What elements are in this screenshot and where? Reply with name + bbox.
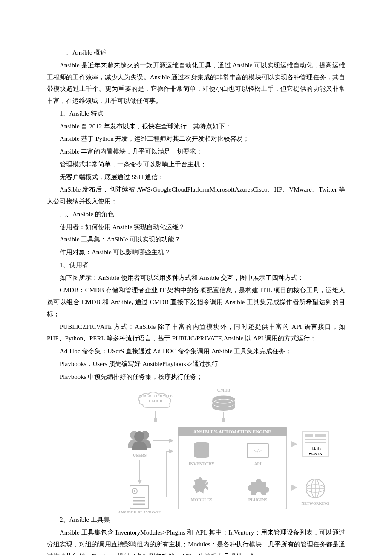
cmdb-label: CMDB	[217, 388, 231, 392]
svg-rect-8	[222, 418, 225, 422]
networking-icon	[306, 479, 325, 498]
svg-rect-46	[305, 442, 326, 443]
plugins-label: PLUGINS	[248, 497, 268, 502]
modules-label: MODULES	[191, 497, 213, 502]
modules-icon	[191, 476, 210, 496]
svg-rect-44	[315, 434, 326, 437]
inventory-label: INVENTORY	[189, 462, 215, 466]
svg-rect-43	[305, 434, 313, 437]
heading-sub: 1、Ansible 特点	[47, 108, 345, 120]
svg-rect-6	[154, 418, 157, 422]
ansible-architecture-diagram: CMDB PUBLIC / PRIVATE CLOUD	[107, 385, 345, 513]
paragraph: AnSible 发布后，也陆续被 AWS›GoogleCloudPlatform…	[47, 184, 345, 208]
paragraph: CMDB：CMDB 存储和管理者企业 IT 架构中的各项配置信息，是构建 ITI…	[47, 285, 345, 320]
plugins-icon	[248, 479, 269, 495]
paragraph: Ansible 是近年来越来越火的一款开源运维自动化工具，通过 Ansible …	[47, 60, 345, 107]
heading-2: 二、AnSible 的角色	[47, 209, 345, 221]
api-icon: </>	[247, 443, 268, 458]
svg-point-37	[194, 454, 209, 458]
hosts-label: HOSTS	[308, 452, 322, 456]
svg-text:</>: </>	[254, 447, 262, 454]
hosts-count: □33B	[310, 446, 321, 451]
svg-marker-16	[169, 439, 173, 443]
users-icon	[128, 431, 151, 450]
paragraph: PUBLICZPRIVATE 方式：AnSible 除了丰富的内置模块外，同时还…	[47, 321, 345, 345]
svg-point-12	[134, 431, 144, 442]
paragraph: Ad-Hoc 命令集：USerS 直接通过 Ad-HOC 命令集调用 AnSib…	[47, 346, 345, 357]
playbook-icon	[130, 485, 149, 509]
paragraph: Ansible 工具集包含 InventoryModules>Plugins 和…	[47, 527, 345, 555]
svg-marker-14	[138, 480, 142, 484]
paragraph: Playbooks：Users 预先编写好 AnsiblePlaybooks>通…	[47, 358, 345, 370]
api-label: API	[254, 462, 261, 466]
networking-label: NETWORKING	[301, 501, 329, 506]
svg-marker-47	[291, 441, 297, 447]
list-item: Ansible 基于 Python 开发，运维工程师对其二次开发相对比较容易；	[47, 133, 345, 145]
heading-sub: 1、使用者	[47, 259, 345, 271]
paragraph: 如下图所示：AnSibIe 使用者可以采用多种方式和 Ansible 交互，图中…	[47, 272, 345, 284]
cloud-label-2: CLOUD	[149, 399, 163, 403]
playbook-label: ANSIBLE PLAYBOOK	[118, 511, 162, 513]
svg-rect-45	[305, 439, 326, 440]
list-item: 使用者：如何使用 Ansible 实现自动化运维？	[47, 221, 345, 233]
svg-marker-19	[134, 490, 136, 492]
inventory-icon	[194, 442, 209, 458]
paragraph: Playbooks 中预先编排好的任务集，按序执行任务；	[47, 371, 345, 383]
list-item: 作用对象：Ansible 可以影响哪些主机？	[47, 247, 345, 259]
engine-title: ANSIBLE'S AUTOMATION ENGINE	[193, 429, 271, 434]
svg-marker-48	[291, 484, 297, 491]
users-label: USERS	[133, 453, 147, 458]
svg-rect-27	[178, 427, 287, 509]
heading-1: 一、Ansible 概述	[47, 47, 345, 59]
paragraph: Ansible 自 2012 年发布以来，很快在全球流行，其特点如下：	[47, 121, 345, 133]
svg-marker-26	[169, 449, 173, 453]
list-item: Ansible 丰富的内置模块，几乎可以满足一切要求；	[47, 146, 345, 158]
heading-sub: 2、Ansible 工具集	[47, 514, 345, 526]
list-item: 管理模式非常简单，一条命令可以影响上千台主机；	[47, 159, 345, 171]
list-item: 无客户端模式，底层通过 SSH 通信；	[47, 171, 345, 183]
list-item: Ansible 工具集：AnSibIe 可以实现的功能？	[47, 234, 345, 246]
